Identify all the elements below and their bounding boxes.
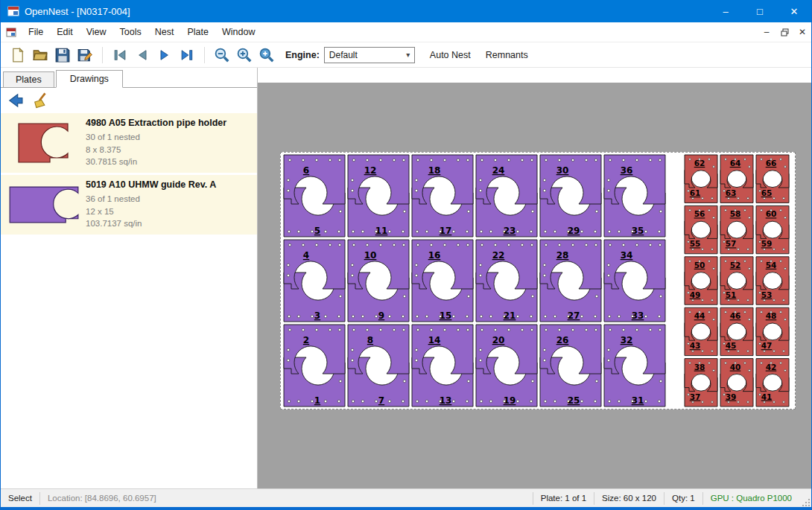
part-number: 59 (761, 239, 773, 248)
part-number: 7 (378, 395, 384, 406)
drawing-nested: 36 of 1 nested (86, 193, 254, 205)
purple-part[interactable] (540, 240, 601, 289)
minimize-button[interactable]: – (708, 0, 743, 22)
main-area: Plates Drawings (1, 68, 811, 488)
drawings-page: 4980 A05 Extraction pipe holder 30 of 1 … (1, 87, 257, 488)
menu-nest[interactable]: Nest (148, 24, 181, 40)
status-mode: Select (1, 494, 39, 503)
nest-cell: 43 (284, 240, 345, 322)
zoom-in-icon (236, 47, 253, 63)
blue-back-arrow-icon (7, 92, 24, 109)
auto-nest-button[interactable]: Auto Nest (422, 45, 478, 65)
purple-part[interactable] (476, 325, 537, 374)
remnants-button[interactable]: Remnants (478, 45, 536, 65)
status-qty: Qty: 1 (664, 494, 702, 503)
nest-cell: 5251 (720, 257, 753, 305)
part-number: 28 (556, 250, 569, 261)
purple-part[interactable] (476, 155, 537, 204)
purple-part[interactable] (348, 240, 409, 289)
close-button[interactable]: ✕ (777, 0, 811, 22)
purple-part[interactable] (412, 155, 473, 204)
app-window: OpenNest - [N0317-004] – □ ✕ FileEditVie… (0, 0, 812, 510)
tool-bar: Engine: Default ▾ Auto Nest Remnants (1, 42, 811, 68)
part-number: 61 (690, 188, 701, 197)
nest-cell: 3837 (685, 359, 717, 407)
purple-part[interactable] (412, 240, 473, 289)
import-drawing-button[interactable] (5, 90, 26, 111)
last-arrow-icon (180, 48, 194, 63)
left-panel: Plates Drawings (1, 68, 258, 488)
nest-cell: 4645 (720, 307, 753, 355)
status-location: Location: [84.8696, 60.6957] (40, 494, 164, 503)
purple-part[interactable] (348, 155, 409, 204)
last-plate-button[interactable] (176, 45, 198, 66)
previous-plate-button[interactable] (131, 45, 153, 66)
engine-select[interactable]: Default ▾ (324, 47, 415, 63)
next-arrow-icon (157, 48, 172, 63)
zoom-out-button[interactable] (211, 45, 233, 66)
purple-part[interactable] (604, 325, 665, 374)
purple-part[interactable] (540, 325, 601, 374)
purple-part[interactable] (540, 155, 601, 204)
tab-drawings[interactable]: Drawings (56, 70, 123, 88)
drawing-nested: 30 of 1 nested (86, 131, 254, 144)
status-size: Size: 60 x 120 (594, 494, 664, 503)
drawing-item-purple[interactable]: 5019 A10 UHMW guide Rev. A 36 of 1 neste… (1, 175, 257, 235)
plate[interactable]: 6512111817242330293635431091615222128273… (280, 152, 796, 409)
purple-part[interactable] (412, 325, 473, 374)
nest-cell: 2019 (476, 325, 537, 407)
open-button[interactable] (29, 45, 51, 66)
menu-edit[interactable]: Edit (50, 24, 80, 40)
drawing-item-red[interactable]: 4980 A05 Extraction pipe holder 30 of 1 … (1, 113, 257, 173)
mdi-minimize-button[interactable]: – (758, 24, 775, 40)
nest-cell: 5049 (685, 257, 717, 305)
drawings-toolbar (1, 88, 257, 113)
zoom-fit-button[interactable] (256, 45, 278, 66)
save-button[interactable] (51, 45, 74, 66)
zoom-in-button[interactable] (233, 45, 256, 66)
purple-part[interactable] (604, 240, 665, 289)
purple-part[interactable] (476, 240, 537, 289)
mdi-restore-button[interactable] (775, 24, 793, 40)
menu-plate[interactable]: Plate (180, 24, 215, 40)
part-number: 13 (440, 395, 452, 406)
purple-part[interactable] (284, 240, 345, 289)
nest-cell: 5655 (685, 205, 717, 253)
purple-part[interactable] (284, 155, 345, 204)
part-number: 56 (694, 209, 705, 218)
part-number: 39 (726, 392, 737, 401)
next-plate-button[interactable] (153, 45, 176, 66)
menu-bar: FileEditViewToolsNestPlateWindow – ✕ (1, 22, 811, 42)
part-number: 24 (492, 165, 505, 176)
save-as-button[interactable] (74, 45, 96, 66)
part-number: 2 (303, 335, 309, 345)
part-number: 51 (726, 290, 737, 299)
mdi-close-button[interactable]: ✕ (793, 24, 811, 40)
mdi-document-icon (6, 27, 17, 38)
maximize-button[interactable]: □ (743, 0, 777, 22)
purple-part[interactable] (604, 155, 665, 204)
menu-tools[interactable]: Tools (113, 24, 148, 40)
menu-window[interactable]: Window (215, 24, 261, 40)
drawing-list: 4980 A05 Extraction pipe holder 30 of 1 … (1, 113, 257, 488)
menu-file[interactable]: File (22, 24, 50, 40)
part-number: 19 (504, 395, 516, 406)
resize-grip[interactable] (799, 489, 811, 508)
save-icon (55, 48, 70, 63)
purple-part[interactable] (284, 325, 345, 374)
drawing-area: 30.7815 sq/in (86, 156, 254, 168)
app-icon (7, 4, 20, 18)
drawing-size: 12 x 15 (86, 205, 254, 218)
menu-view[interactable]: View (80, 24, 113, 40)
tab-plates[interactable]: Plates (3, 71, 54, 88)
part-number: 34 (621, 250, 633, 261)
purple-part[interactable] (348, 325, 409, 374)
new-button[interactable] (7, 45, 29, 66)
part-number: 35 (632, 226, 644, 236)
nest-canvas[interactable]: 6512111817242330293635431091615222128273… (258, 83, 811, 488)
first-plate-button[interactable] (109, 45, 131, 66)
part-number: 20 (492, 335, 505, 345)
clear-drawings-button[interactable] (31, 90, 51, 111)
nest-plate-svg[interactable]: 6512111817242330293635431091615222128273… (281, 153, 795, 409)
part-number: 33 (632, 310, 644, 321)
